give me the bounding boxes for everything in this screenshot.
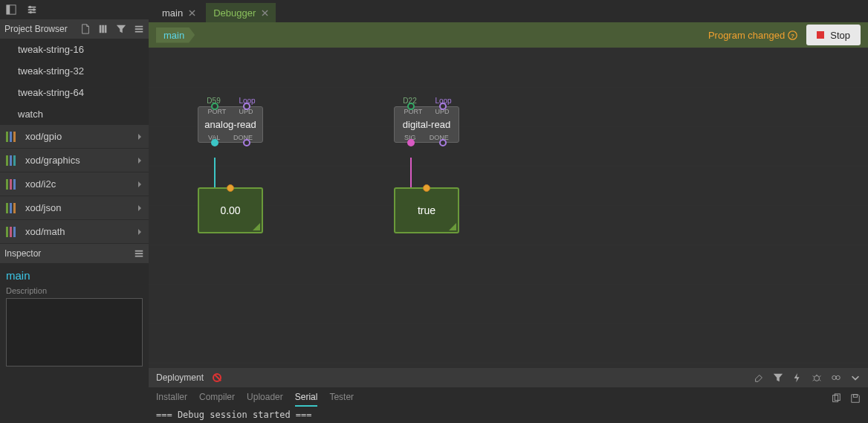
pin-done[interactable] — [243, 139, 250, 146]
filter-icon[interactable] — [773, 372, 783, 383]
bolt-icon[interactable] — [792, 372, 803, 383]
pin-port[interactable] — [407, 103, 415, 110]
menu-icon[interactable] — [134, 24, 144, 34]
pin-val[interactable] — [211, 139, 218, 146]
status-text: Program changed ? — [708, 30, 797, 41]
chevron-down-icon[interactable] — [850, 372, 861, 383]
svg-point-12 — [836, 375, 840, 379]
library-item-i2c[interactable]: xod/i2c — [0, 172, 149, 196]
book-icon — [6, 155, 19, 166]
tree-item[interactable]: tweak-string-16 — [0, 39, 149, 60]
book-icon — [6, 179, 19, 190]
library-item-graphics[interactable]: xod/graphics — [0, 149, 149, 172]
chevron-right-icon — [137, 158, 143, 164]
svg-point-10 — [814, 375, 820, 381]
chevron-right-icon — [137, 229, 143, 235]
wire[interactable] — [410, 158, 412, 187]
panel-layout-left-icon[interactable] — [6, 4, 16, 15]
svg-point-4 — [30, 11, 33, 14]
inspector-title: Inspector — [4, 248, 41, 259]
pin-upd[interactable] — [243, 103, 250, 110]
new-file-icon[interactable] — [80, 24, 91, 34]
svg-rect-1 — [7, 5, 10, 14]
deployment-title: Deployment — [156, 372, 204, 383]
log-output: === Debug session started === — [149, 407, 868, 423]
pin-sig[interactable] — [407, 139, 415, 146]
svg-point-3 — [33, 8, 36, 11]
inspector-patch-name: main — [6, 269, 143, 282]
library-item-gpio[interactable]: xod/gpio — [0, 125, 149, 149]
svg-rect-15 — [853, 395, 857, 398]
sliders-icon[interactable] — [27, 4, 37, 15]
tab-debugger[interactable]: Debugger — [206, 3, 276, 22]
project-tree: tweak-string-16 tweak-string-32 tweak-st… — [0, 39, 149, 125]
sidebar-toolbar — [0, 0, 149, 19]
book-icon — [6, 203, 19, 213]
no-entry-icon[interactable] — [213, 373, 221, 382]
library-list: xod/gpio xod/graphics xod/i2c xod/json x… — [0, 125, 149, 244]
tab-main[interactable]: main — [155, 3, 203, 22]
pin-port[interactable] — [211, 103, 218, 110]
node-digital-read[interactable]: PORTUPD digital-read SIGDONE — [394, 106, 459, 143]
library-item-json[interactable]: xod/json — [0, 196, 149, 220]
eraser-icon[interactable] — [754, 372, 764, 383]
filter-icon[interactable] — [116, 24, 126, 34]
pin-upd[interactable] — [439, 103, 447, 110]
inspector-body: main Description — [0, 263, 149, 375]
deploy-tab-tester[interactable]: Tester — [329, 390, 354, 407]
save-icon[interactable] — [850, 393, 861, 404]
book-icon — [6, 132, 19, 142]
svg-rect-5 — [100, 25, 102, 33]
project-browser-title: Project Browser — [4, 24, 68, 34]
tree-item[interactable]: watch — [0, 103, 149, 125]
link-icon[interactable] — [831, 372, 841, 383]
close-icon[interactable] — [189, 10, 195, 16]
chevron-right-icon — [137, 205, 143, 211]
menu-icon[interactable] — [134, 248, 144, 259]
svg-point-11 — [832, 375, 836, 379]
stop-icon — [817, 31, 824, 39]
deploy-tab-uploader[interactable]: Uploader — [247, 390, 283, 407]
deployment-panel: Deployment Installer Compiler Uploader S… — [149, 368, 868, 423]
chevron-right-icon — [137, 134, 143, 140]
pin-watch-in[interactable] — [423, 184, 430, 192]
watch-node-analog[interactable]: 0.00 — [198, 187, 263, 233]
pin-done[interactable] — [439, 139, 447, 146]
bug-icon[interactable] — [812, 372, 822, 383]
description-label: Description — [6, 286, 143, 295]
breadcrumb[interactable]: main — [156, 28, 195, 43]
svg-point-2 — [29, 6, 32, 9]
tab-bar: main Debugger — [149, 0, 868, 22]
deploy-tab-serial[interactable]: Serial — [295, 390, 318, 407]
project-browser-header: Project Browser — [0, 19, 149, 39]
breadcrumb-bar: main Program changed ? Stop — [149, 22, 868, 48]
tree-item[interactable]: tweak-string-32 — [0, 60, 149, 82]
deploy-tab-installer[interactable]: Installer — [156, 390, 187, 407]
description-input[interactable] — [6, 298, 143, 367]
watch-node-digital[interactable]: true — [394, 187, 459, 233]
svg-rect-6 — [102, 25, 104, 33]
deploy-tab-compiler[interactable]: Compiler — [199, 390, 235, 407]
copy-icon[interactable] — [831, 393, 841, 404]
inspector-header: Inspector — [0, 244, 149, 263]
wire[interactable] — [214, 158, 216, 187]
canvas[interactable]: D59 Loop PORTUPD analog-read VALDONE D22 — [149, 48, 868, 423]
bars-icon[interactable] — [98, 24, 108, 34]
book-icon — [6, 227, 19, 237]
library-item-math[interactable]: xod/math — [0, 220, 149, 244]
help-icon[interactable]: ? — [788, 30, 797, 40]
pin-watch-in[interactable] — [227, 184, 234, 192]
node-analog-read[interactable]: PORTUPD analog-read VALDONE — [198, 106, 263, 143]
tree-item[interactable]: tweak-string-64 — [0, 82, 149, 103]
stop-button[interactable]: Stop — [806, 25, 861, 45]
chevron-right-icon — [137, 181, 143, 187]
svg-rect-7 — [105, 25, 107, 33]
svg-text:?: ? — [791, 32, 794, 39]
close-icon[interactable] — [262, 10, 268, 16]
